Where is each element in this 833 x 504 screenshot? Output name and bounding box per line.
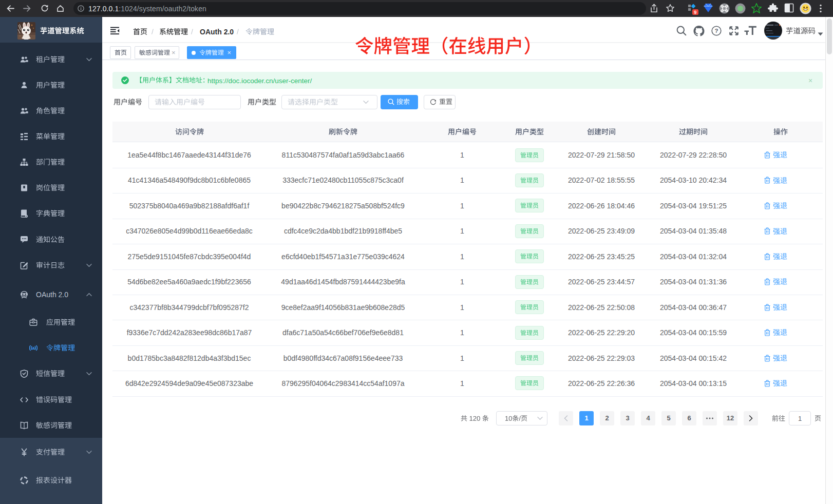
svg-text:?: ?	[714, 28, 718, 34]
